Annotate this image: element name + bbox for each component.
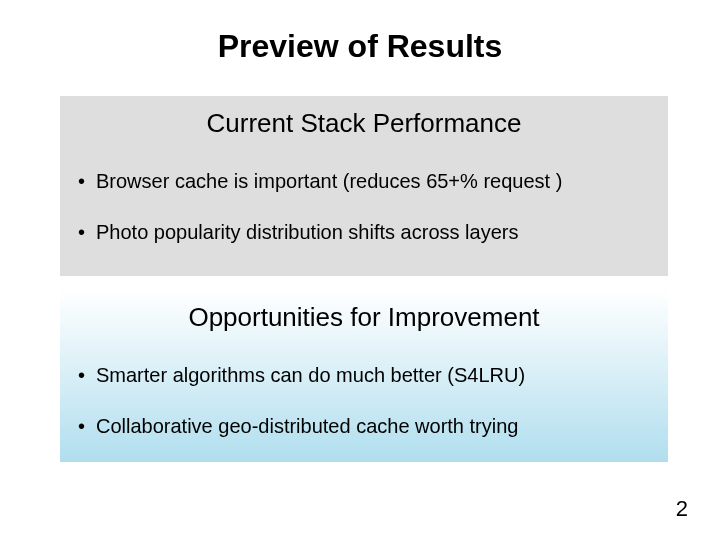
panel-opportunities: Opportunities for Improvement Smarter al… <box>60 290 668 462</box>
bullet-item: Collaborative geo-distributed cache wort… <box>60 410 668 443</box>
slide-title: Preview of Results <box>0 28 720 65</box>
bullet-item: Photo popularity distribution shifts acr… <box>60 216 668 249</box>
bullet-item: Browser cache is important (reduces 65+%… <box>60 165 668 198</box>
panel-heading-opportunities: Opportunities for Improvement <box>60 290 668 341</box>
page-number: 2 <box>676 496 688 522</box>
panel-current-stack: Current Stack Performance Browser cache … <box>60 96 668 276</box>
bullet-item: Smarter algorithms can do much better (S… <box>60 359 668 392</box>
panel-heading-current: Current Stack Performance <box>60 96 668 147</box>
slide: Preview of Results Current Stack Perform… <box>0 0 720 540</box>
